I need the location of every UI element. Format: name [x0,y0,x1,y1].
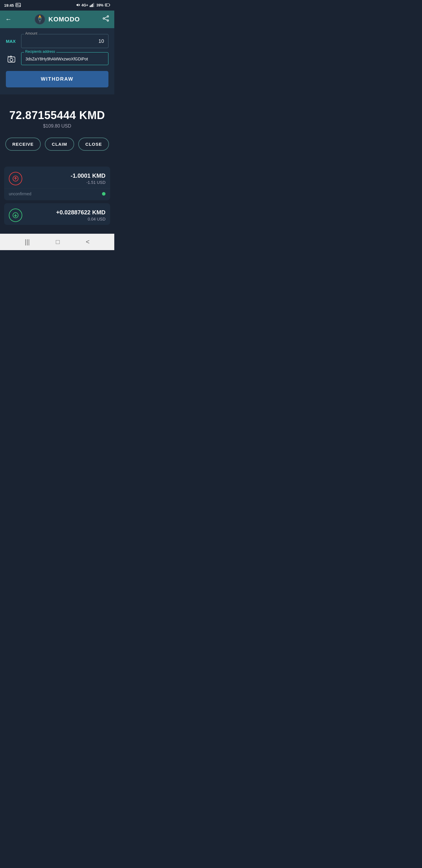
svg-rect-6 [91,5,92,7]
transactions-list: -1.0001 KMD -1.51 USD unconfirmed +0.028… [0,166,114,234]
svg-rect-8 [93,3,94,7]
amount-container: Amount [21,34,108,48]
tx-amounts: +0.02887622 KMD 0.04 USD [56,209,105,221]
claim-button[interactable]: CLAIM [45,137,74,151]
tx1-status-dot [102,192,105,195]
svg-point-24 [10,58,13,61]
nav-back-button[interactable]: < [86,238,90,246]
signal-type: 4G+ [82,3,88,7]
svg-rect-25 [10,56,12,57]
address-container: Recipients address [21,52,108,65]
tx1-kmd: -1.0001 KMD [71,173,105,179]
navigation-bar: ||| □ < [0,234,114,250]
balance-section: 72.87155444 KMD $109.80 USD RECEIVE CLAI… [0,94,114,166]
svg-rect-10 [109,4,110,6]
tx-amounts: -1.0001 KMD -1.51 USD [71,173,105,185]
action-buttons: RECEIVE CLAIM CLOSE [6,137,108,151]
battery-icon [105,3,110,7]
max-button[interactable]: MAX [6,39,17,44]
amount-row: MAX Amount [6,34,108,48]
address-input[interactable] [21,52,108,65]
svg-line-20 [104,17,107,18]
svg-point-17 [107,16,108,17]
svg-rect-5 [90,6,91,7]
mute-icon [76,3,80,8]
svg-point-19 [103,18,104,19]
battery-percent: 39% [96,3,103,7]
amount-input[interactable] [21,34,108,48]
svg-rect-11 [105,4,107,6]
tx-top-row: -1.0001 KMD -1.51 USD [4,166,110,188]
balance-usd: $109.80 USD [6,123,108,129]
komodo-logo-icon [34,14,45,25]
receive-icon [9,209,22,222]
back-button[interactable]: ← [5,16,12,23]
header: ← KOMODO [0,10,114,28]
nav-home-button[interactable]: □ [56,238,60,246]
svg-rect-7 [92,4,93,7]
svg-text:+: + [7,55,9,58]
signal-bars-icon [90,3,95,8]
amount-label: Amount [24,31,38,35]
tx1-usd: -1.51 USD [71,180,105,185]
svg-marker-2 [76,3,78,6]
address-row: + Recipients address [6,52,108,65]
receive-button[interactable]: RECEIVE [5,137,41,151]
balance-kmd: 72.87155444 KMD [6,109,108,122]
share-button[interactable] [103,15,109,24]
tx2-kmd: +0.02887622 KMD [56,209,105,216]
close-button[interactable]: CLOSE [78,137,109,151]
tx-top-row: +0.02887622 KMD 0.04 USD [4,203,110,225]
transaction-item[interactable]: -1.0001 KMD -1.51 USD unconfirmed [4,166,110,200]
send-icon [9,172,22,185]
header-title: KOMODO [48,16,80,23]
gallery-icon [15,3,21,8]
transaction-item[interactable]: +0.02887622 KMD 0.04 USD [4,203,110,225]
tx1-status: unconfirmed [9,191,31,196]
camera-button[interactable]: + [6,55,17,63]
address-label: Recipients address [24,50,56,54]
svg-line-21 [104,19,107,20]
withdraw-section: MAX Amount + Recipients address WITHDRAW [0,28,114,94]
status-time: 19:45 [4,3,14,8]
tx-bottom-row: unconfirmed [4,188,110,200]
status-bar: 19:45 4G+ 39% [0,0,114,10]
tx2-usd: 0.04 USD [56,217,105,221]
svg-point-16 [39,18,41,21]
svg-point-18 [107,20,108,22]
nav-menu-button[interactable]: ||| [25,238,30,246]
withdraw-button[interactable]: WITHDRAW [6,71,108,87]
